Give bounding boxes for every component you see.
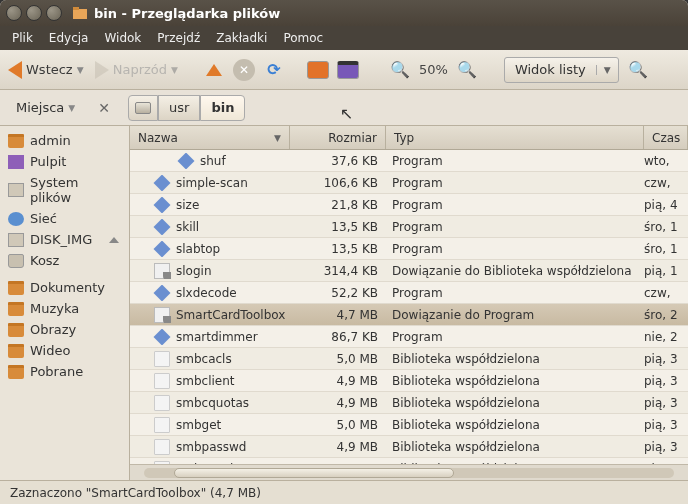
file-name: smbpasswd <box>176 440 246 454</box>
search-button[interactable]: 🔍 <box>627 59 649 81</box>
sidebar-item-label: Pulpit <box>30 154 66 169</box>
table-row[interactable]: simple-scan106,6 KBProgramczw, <box>130 172 688 194</box>
folder-icon <box>8 323 24 337</box>
reload-button[interactable]: ⟳ <box>263 59 285 81</box>
table-row[interactable]: smbpasswd4,9 MBBiblioteka współdzielonap… <box>130 436 688 458</box>
zoom-level: 50% <box>419 62 448 77</box>
file-rows[interactable]: shuf37,6 KBProgramwto,simple-scan106,6 K… <box>130 150 688 464</box>
file-time: czw, <box>644 176 688 190</box>
file-size: 4,9 MB <box>290 396 386 410</box>
table-row[interactable]: smbcacls5,0 MBBiblioteka współdzielonapi… <box>130 348 688 370</box>
maximize-icon[interactable] <box>46 5 62 21</box>
file-time: pią, 3 <box>644 418 688 432</box>
toolbar: Wstecz ▼ Naprzód ▼ ✕ ⟳ 🔍 50% 🔍 Widok lis… <box>0 50 688 90</box>
drive-icon <box>135 102 151 114</box>
executable-icon <box>154 329 171 345</box>
zoom-out-button[interactable]: 🔍 <box>389 59 411 81</box>
sidebar-item-label: Muzyka <box>30 301 79 316</box>
menu-widok[interactable]: Widok <box>98 29 147 47</box>
path-segment-bin[interactable]: bin <box>200 95 245 121</box>
executable-icon <box>154 197 171 213</box>
table-row[interactable]: shuf37,6 KBProgramwto, <box>130 150 688 172</box>
column-size[interactable]: Rozmiar <box>290 126 386 149</box>
table-row[interactable]: SmartCardToolbox4,7 MBDowiązanie do Prog… <box>130 304 688 326</box>
table-row[interactable]: size21,8 KBProgrampią, 4 <box>130 194 688 216</box>
file-size: 5,0 MB <box>290 352 386 366</box>
sidebar-item-pobrane[interactable]: Pobrane <box>0 361 129 382</box>
home-button[interactable] <box>307 61 329 79</box>
svg-rect-0 <box>73 9 87 19</box>
menu-zakładki[interactable]: Zakładki <box>210 29 273 47</box>
sidebar-item-admin[interactable]: admin <box>0 130 129 151</box>
file-size: 4,9 MB <box>290 374 386 388</box>
sidebar-item-label: Sieć <box>30 211 57 226</box>
file-size: 5,0 MB <box>290 418 386 432</box>
up-button[interactable] <box>203 59 225 81</box>
horizontal-scrollbar[interactable] <box>130 464 688 480</box>
sidebar-item-dokumenty[interactable]: Dokumenty <box>0 277 129 298</box>
path-root-button[interactable] <box>128 95 158 121</box>
sidebar-item-system-plików[interactable]: System plików <box>0 172 129 208</box>
scrollbar-thumb[interactable] <box>174 468 454 478</box>
file-name: smbclient <box>176 374 235 388</box>
file-name: simple-scan <box>176 176 248 190</box>
sidebar-item-muzyka[interactable]: Muzyka <box>0 298 129 319</box>
eject-icon[interactable] <box>109 237 119 243</box>
column-name[interactable]: Nazwa▼ <box>130 126 290 149</box>
zoom-in-button[interactable]: 🔍 <box>456 59 478 81</box>
column-time[interactable]: Czas <box>644 126 688 149</box>
menu-przejdź[interactable]: Przejdź <box>151 29 206 47</box>
column-type[interactable]: Typ <box>386 126 644 149</box>
file-name: smbcacls <box>176 352 232 366</box>
menu-pomoc[interactable]: Pomoc <box>277 29 329 47</box>
status-text: Zaznaczono "SmartCardToolbox" (4,7 MB) <box>10 486 261 500</box>
table-row[interactable]: slabtop13,5 KBProgramśro, 1 <box>130 238 688 260</box>
folder-icon <box>8 344 24 358</box>
table-row[interactable]: slogin314,4 KBDowiązanie do Biblioteka w… <box>130 260 688 282</box>
table-row[interactable]: smartdimmer86,7 KBProgramnie, 2 <box>130 326 688 348</box>
status-bar: Zaznaczono "SmartCardToolbox" (4,7 MB) <box>0 480 688 504</box>
file-browser-window: bin - Przeglądarka plików PlikEdycjaWido… <box>0 0 688 504</box>
back-button[interactable]: Wstecz ▼ <box>8 61 87 79</box>
table-row[interactable]: smbclient4,9 MBBiblioteka współdzielonap… <box>130 370 688 392</box>
folder-icon <box>8 302 24 316</box>
file-type: Biblioteka współdzielona <box>386 374 644 388</box>
file-name: smbcquotas <box>176 396 249 410</box>
sidebar-item-obrazy[interactable]: Obrazy <box>0 319 129 340</box>
stop-button[interactable]: ✕ <box>233 59 255 81</box>
forward-button[interactable]: Naprzód ▼ <box>95 61 181 79</box>
trash-icon <box>8 254 24 268</box>
menu-plik[interactable]: Plik <box>6 29 39 47</box>
sidebar-item-wideo[interactable]: Wideo <box>0 340 129 361</box>
table-row[interactable]: skill13,5 KBProgramśro, 1 <box>130 216 688 238</box>
file-time: pią, 3 <box>644 396 688 410</box>
file-time: nie, 2 <box>644 330 688 344</box>
menu-edycja[interactable]: Edycja <box>43 29 95 47</box>
table-row[interactable]: slxdecode52,2 KBProgramczw, <box>130 282 688 304</box>
file-type: Biblioteka współdzielona <box>386 440 644 454</box>
sidebar-item-sieć[interactable]: Sieć <box>0 208 129 229</box>
symlink-icon <box>154 307 170 323</box>
minimize-icon[interactable] <box>26 5 42 21</box>
file-name: slogin <box>176 264 211 278</box>
executable-icon <box>154 241 171 257</box>
svg-rect-1 <box>73 7 79 10</box>
chevron-down-icon[interactable]: ▼ <box>77 65 87 75</box>
sidebar-item-disk_img[interactable]: DISK_IMG <box>0 229 129 250</box>
sidebar-item-kosz[interactable]: Kosz <box>0 250 129 271</box>
forward-label: Naprzód <box>113 62 167 77</box>
close-icon[interactable] <box>6 5 22 21</box>
view-mode-selector[interactable]: Widok listy ▼ <box>504 57 619 83</box>
chevron-down-icon[interactable]: ▼ <box>596 65 618 75</box>
computer-button[interactable] <box>337 61 359 79</box>
window-title: bin - Przeglądarka plików <box>94 6 280 21</box>
path-segment-usr[interactable]: usr <box>158 95 200 121</box>
places-dropdown[interactable]: Miejsca ▼ <box>8 96 86 119</box>
table-row[interactable]: smbcquotas4,9 MBBiblioteka współdzielona… <box>130 392 688 414</box>
titlebar[interactable]: bin - Przeglądarka plików <box>0 0 688 26</box>
folder-icon <box>8 365 24 379</box>
sidebar-item-pulpit[interactable]: Pulpit <box>0 151 129 172</box>
chevron-down-icon[interactable]: ▼ <box>171 65 181 75</box>
table-row[interactable]: smbget5,0 MBBiblioteka współdzielonapią,… <box>130 414 688 436</box>
close-sidebar-button[interactable]: ✕ <box>98 100 110 116</box>
